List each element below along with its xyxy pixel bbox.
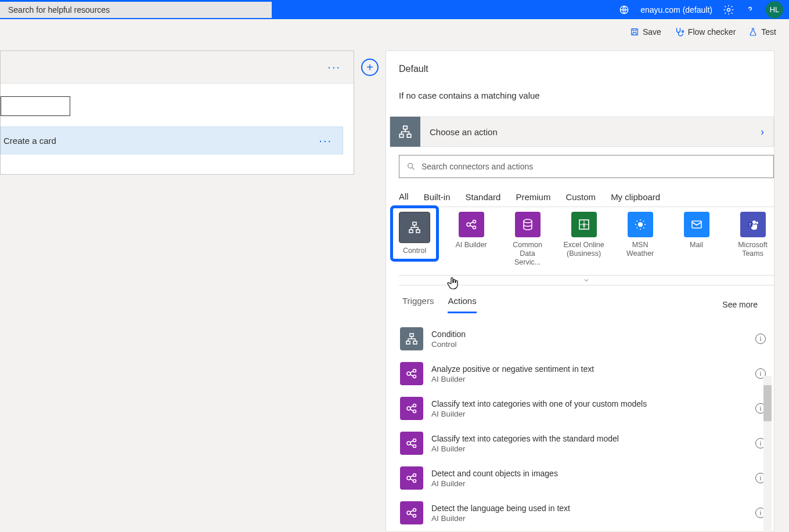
svg-point-30	[413, 404, 416, 407]
action-title: Classify text into categories with the s…	[431, 433, 747, 444]
action-item[interactable]: Analyze positive or negative sentiment i…	[399, 356, 774, 391]
connector-label: Excel Online (Business)	[563, 241, 605, 258]
action-item[interactable]: Detect the language being used in textAI…	[399, 495, 774, 530]
action-title: Detect and count objects in images	[431, 468, 747, 479]
svg-point-27	[413, 370, 416, 372]
category-tab-built-in[interactable]: Built-in	[424, 187, 451, 207]
action-text: Detect the language being used in textAI…	[431, 503, 747, 522]
search-icon	[406, 162, 416, 171]
scrollbar-thumb[interactable]	[763, 385, 772, 421]
category-tab-my-clipboard[interactable]: My clipboard	[611, 187, 660, 207]
svg-point-20	[756, 222, 758, 224]
action-text: ConditionControl	[431, 329, 747, 348]
action-subtitle: AI Builder	[431, 479, 747, 488]
action-title: Classify text into categories with one o…	[431, 399, 747, 409]
test-button[interactable]: Test	[748, 27, 776, 37]
flask-icon	[748, 27, 758, 37]
case-more-icon[interactable]: ···	[319, 134, 332, 147]
svg-rect-2	[632, 29, 638, 35]
connector-label: Common Data Servic...	[506, 241, 549, 267]
svg-point-34	[413, 445, 416, 448]
ai-icon	[459, 212, 484, 237]
ai-icon	[400, 397, 423, 420]
ta-tab-triggers[interactable]: Triggers	[402, 296, 434, 313]
connector-msn-weather[interactable]: MSN Weather	[619, 212, 661, 258]
settings-icon[interactable]	[723, 4, 734, 16]
see-more-link[interactable]: See more	[722, 300, 758, 309]
add-case-button[interactable]: +	[361, 59, 379, 76]
connector-control[interactable]: Control	[393, 208, 436, 259]
connector-label: Mail	[690, 241, 703, 249]
action-subtitle: AI Builder	[431, 514, 747, 523]
ai-icon	[400, 432, 423, 455]
svg-rect-4	[403, 126, 408, 129]
action-title: Analyze positive or negative sentiment i…	[431, 364, 747, 374]
category-tab-standard[interactable]: Standard	[466, 187, 501, 207]
case-label: Create a card	[3, 136, 56, 146]
connector-microsoft-teams[interactable]: TMicrosoft Teams	[732, 212, 774, 258]
svg-point-38	[407, 511, 410, 515]
environment-label[interactable]: enayu.com (default)	[640, 5, 712, 15]
control-icon	[399, 212, 430, 243]
svg-text:T: T	[748, 223, 751, 227]
connector-label: Microsoft Teams	[732, 241, 774, 258]
excel-icon: x	[571, 212, 597, 237]
svg-point-11	[467, 223, 470, 226]
action-subtitle: AI Builder	[431, 444, 747, 453]
switch-card: ··· Create a card ···	[0, 50, 354, 175]
mail-icon	[684, 212, 709, 237]
card-more-icon[interactable]: ···	[327, 60, 341, 74]
svg-point-32	[407, 441, 410, 445]
search-connectors-placeholder: Search connectors and actions	[421, 162, 533, 171]
action-item[interactable]: Detect and count objects in imagesAI Bui…	[399, 461, 774, 495]
ta-tab-actions[interactable]: Actions	[448, 296, 476, 313]
save-icon	[630, 27, 639, 37]
svg-rect-5	[399, 134, 403, 137]
case-action-bar[interactable]: Create a card ···	[1, 126, 343, 154]
case-value-input[interactable]	[1, 96, 70, 116]
action-item[interactable]: Classify text into categories with one o…	[399, 391, 774, 426]
svg-point-12	[473, 220, 475, 223]
info-icon[interactable]: i	[755, 334, 766, 344]
action-item[interactable]: Classify text into categories with the s…	[399, 426, 774, 461]
action-subtitle: AI Builder	[431, 410, 747, 418]
toolbar: Save Flow checker Test	[0, 19, 789, 45]
svg-point-36	[413, 474, 416, 477]
panel-title: Default	[399, 64, 761, 74]
action-text: Analyze positive or negative sentiment i…	[431, 364, 747, 383]
action-item[interactable]: ConditionControli	[399, 321, 774, 356]
svg-point-13	[473, 226, 475, 229]
save-button[interactable]: Save	[630, 27, 661, 37]
connector-label: MSN Weather	[619, 241, 661, 258]
search-input[interactable]: Search for helpful resources	[0, 2, 272, 18]
action-subtitle: AI Builder	[431, 375, 747, 383]
environment-icon[interactable]	[618, 4, 630, 16]
weather-icon	[628, 212, 653, 237]
svg-point-3	[682, 31, 683, 32]
choose-action-bar[interactable]: Choose an action ›	[390, 117, 774, 147]
action-text: Classify text into categories with the s…	[431, 433, 747, 453]
expand-connectors-button[interactable]	[399, 275, 774, 285]
svg-rect-9	[409, 230, 413, 233]
help-icon[interactable]	[745, 5, 755, 15]
svg-point-14	[524, 219, 532, 223]
avatar[interactable]: HL	[766, 1, 783, 19]
action-title: Condition	[431, 329, 747, 339]
action-list: ConditionControliAnalyze positive or neg…	[399, 321, 774, 530]
connector-excel-online-business-[interactable]: xExcel Online (Business)	[563, 212, 605, 258]
svg-rect-25	[413, 341, 417, 344]
flow-checker-label: Flow checker	[688, 27, 736, 37]
category-tab-premium[interactable]: Premium	[516, 187, 550, 207]
category-tab-custom[interactable]: Custom	[565, 187, 596, 207]
action-title: Detect the language being used in text	[431, 503, 747, 513]
connector-ai-builder[interactable]: AI Builder	[450, 212, 492, 249]
connector-mail[interactable]: Mail	[675, 212, 718, 249]
svg-point-33	[413, 439, 416, 442]
category-tab-all[interactable]: All	[399, 187, 409, 207]
connector-common-data-servic-[interactable]: Common Data Servic...	[506, 212, 549, 267]
teams-icon: T	[740, 212, 766, 237]
control-connector-icon	[390, 117, 420, 147]
search-connectors-input[interactable]: Search connectors and actions	[399, 155, 774, 178]
flow-checker-button[interactable]: Flow checker	[674, 27, 736, 37]
svg-point-1	[727, 8, 730, 11]
